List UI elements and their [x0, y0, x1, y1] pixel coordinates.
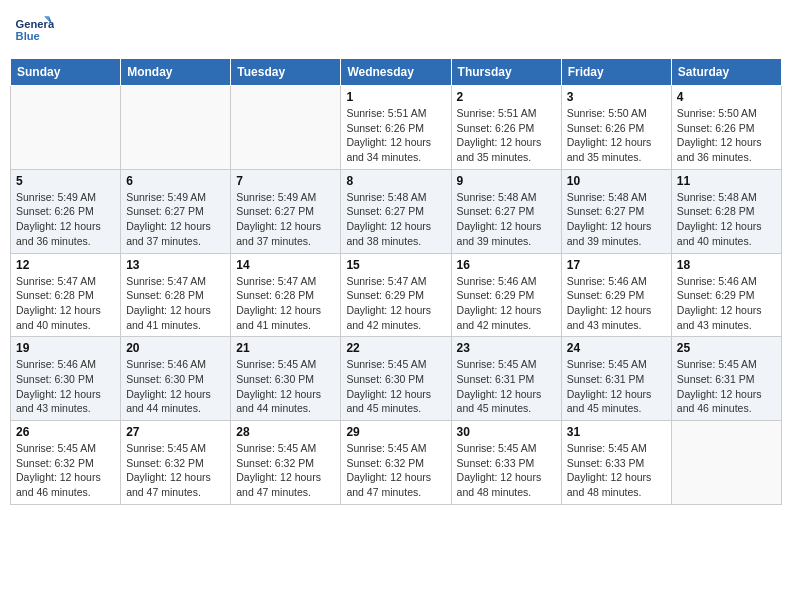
day-number: 15: [346, 258, 445, 272]
day-info: Sunrise: 5:45 AM Sunset: 6:32 PM Dayligh…: [236, 441, 335, 500]
day-number: 2: [457, 90, 556, 104]
day-number: 4: [677, 90, 776, 104]
calendar-cell: 6Sunrise: 5:49 AM Sunset: 6:27 PM Daylig…: [121, 169, 231, 253]
day-info: Sunrise: 5:45 AM Sunset: 6:33 PM Dayligh…: [567, 441, 666, 500]
week-row-4: 19Sunrise: 5:46 AM Sunset: 6:30 PM Dayli…: [11, 337, 782, 421]
logo: General Blue: [14, 10, 58, 50]
day-number: 18: [677, 258, 776, 272]
day-header-monday: Monday: [121, 59, 231, 86]
calendar-cell: 27Sunrise: 5:45 AM Sunset: 6:32 PM Dayli…: [121, 421, 231, 505]
day-number: 8: [346, 174, 445, 188]
day-number: 16: [457, 258, 556, 272]
day-number: 14: [236, 258, 335, 272]
week-row-3: 12Sunrise: 5:47 AM Sunset: 6:28 PM Dayli…: [11, 253, 782, 337]
calendar-cell: 23Sunrise: 5:45 AM Sunset: 6:31 PM Dayli…: [451, 337, 561, 421]
day-number: 30: [457, 425, 556, 439]
calendar-cell: [671, 421, 781, 505]
day-info: Sunrise: 5:46 AM Sunset: 6:29 PM Dayligh…: [677, 274, 776, 333]
calendar-cell: 21Sunrise: 5:45 AM Sunset: 6:30 PM Dayli…: [231, 337, 341, 421]
day-info: Sunrise: 5:45 AM Sunset: 6:32 PM Dayligh…: [346, 441, 445, 500]
calendar-cell: 15Sunrise: 5:47 AM Sunset: 6:29 PM Dayli…: [341, 253, 451, 337]
calendar-cell: 13Sunrise: 5:47 AM Sunset: 6:28 PM Dayli…: [121, 253, 231, 337]
day-number: 20: [126, 341, 225, 355]
calendar-cell: 26Sunrise: 5:45 AM Sunset: 6:32 PM Dayli…: [11, 421, 121, 505]
calendar-cell: 31Sunrise: 5:45 AM Sunset: 6:33 PM Dayli…: [561, 421, 671, 505]
day-info: Sunrise: 5:45 AM Sunset: 6:31 PM Dayligh…: [567, 357, 666, 416]
day-info: Sunrise: 5:46 AM Sunset: 6:29 PM Dayligh…: [457, 274, 556, 333]
day-header-tuesday: Tuesday: [231, 59, 341, 86]
day-number: 17: [567, 258, 666, 272]
day-info: Sunrise: 5:50 AM Sunset: 6:26 PM Dayligh…: [567, 106, 666, 165]
calendar-table: SundayMondayTuesdayWednesdayThursdayFrid…: [10, 58, 782, 505]
day-info: Sunrise: 5:48 AM Sunset: 6:28 PM Dayligh…: [677, 190, 776, 249]
day-info: Sunrise: 5:46 AM Sunset: 6:29 PM Dayligh…: [567, 274, 666, 333]
day-info: Sunrise: 5:45 AM Sunset: 6:31 PM Dayligh…: [677, 357, 776, 416]
day-info: Sunrise: 5:48 AM Sunset: 6:27 PM Dayligh…: [567, 190, 666, 249]
calendar-cell: 25Sunrise: 5:45 AM Sunset: 6:31 PM Dayli…: [671, 337, 781, 421]
day-info: Sunrise: 5:45 AM Sunset: 6:31 PM Dayligh…: [457, 357, 556, 416]
day-number: 6: [126, 174, 225, 188]
day-header-wednesday: Wednesday: [341, 59, 451, 86]
day-number: 10: [567, 174, 666, 188]
day-number: 25: [677, 341, 776, 355]
calendar-cell: 2Sunrise: 5:51 AM Sunset: 6:26 PM Daylig…: [451, 86, 561, 170]
day-number: 29: [346, 425, 445, 439]
calendar-cell: 16Sunrise: 5:46 AM Sunset: 6:29 PM Dayli…: [451, 253, 561, 337]
day-info: Sunrise: 5:51 AM Sunset: 6:26 PM Dayligh…: [457, 106, 556, 165]
week-row-5: 26Sunrise: 5:45 AM Sunset: 6:32 PM Dayli…: [11, 421, 782, 505]
calendar-cell: 28Sunrise: 5:45 AM Sunset: 6:32 PM Dayli…: [231, 421, 341, 505]
day-info: Sunrise: 5:46 AM Sunset: 6:30 PM Dayligh…: [126, 357, 225, 416]
calendar-cell: 12Sunrise: 5:47 AM Sunset: 6:28 PM Dayli…: [11, 253, 121, 337]
calendar-cell: 18Sunrise: 5:46 AM Sunset: 6:29 PM Dayli…: [671, 253, 781, 337]
calendar-cell: 1Sunrise: 5:51 AM Sunset: 6:26 PM Daylig…: [341, 86, 451, 170]
svg-text:Blue: Blue: [16, 30, 40, 42]
day-info: Sunrise: 5:47 AM Sunset: 6:28 PM Dayligh…: [16, 274, 115, 333]
day-info: Sunrise: 5:45 AM Sunset: 6:33 PM Dayligh…: [457, 441, 556, 500]
day-number: 3: [567, 90, 666, 104]
day-number: 23: [457, 341, 556, 355]
day-header-sunday: Sunday: [11, 59, 121, 86]
day-info: Sunrise: 5:48 AM Sunset: 6:27 PM Dayligh…: [346, 190, 445, 249]
day-info: Sunrise: 5:45 AM Sunset: 6:30 PM Dayligh…: [236, 357, 335, 416]
calendar-cell: 10Sunrise: 5:48 AM Sunset: 6:27 PM Dayli…: [561, 169, 671, 253]
calendar-cell: 17Sunrise: 5:46 AM Sunset: 6:29 PM Dayli…: [561, 253, 671, 337]
day-number: 12: [16, 258, 115, 272]
day-number: 19: [16, 341, 115, 355]
day-number: 21: [236, 341, 335, 355]
week-row-2: 5Sunrise: 5:49 AM Sunset: 6:26 PM Daylig…: [11, 169, 782, 253]
day-number: 5: [16, 174, 115, 188]
calendar-cell: 9Sunrise: 5:48 AM Sunset: 6:27 PM Daylig…: [451, 169, 561, 253]
calendar-cell: 20Sunrise: 5:46 AM Sunset: 6:30 PM Dayli…: [121, 337, 231, 421]
day-number: 7: [236, 174, 335, 188]
day-info: Sunrise: 5:47 AM Sunset: 6:28 PM Dayligh…: [236, 274, 335, 333]
day-number: 28: [236, 425, 335, 439]
calendar-cell: 7Sunrise: 5:49 AM Sunset: 6:27 PM Daylig…: [231, 169, 341, 253]
day-info: Sunrise: 5:47 AM Sunset: 6:28 PM Dayligh…: [126, 274, 225, 333]
day-number: 9: [457, 174, 556, 188]
page-header: General Blue: [10, 10, 782, 50]
calendar-cell: 8Sunrise: 5:48 AM Sunset: 6:27 PM Daylig…: [341, 169, 451, 253]
day-info: Sunrise: 5:48 AM Sunset: 6:27 PM Dayligh…: [457, 190, 556, 249]
day-number: 11: [677, 174, 776, 188]
day-info: Sunrise: 5:50 AM Sunset: 6:26 PM Dayligh…: [677, 106, 776, 165]
day-number: 31: [567, 425, 666, 439]
calendar-cell: [11, 86, 121, 170]
day-info: Sunrise: 5:45 AM Sunset: 6:30 PM Dayligh…: [346, 357, 445, 416]
calendar-cell: 30Sunrise: 5:45 AM Sunset: 6:33 PM Dayli…: [451, 421, 561, 505]
day-header-thursday: Thursday: [451, 59, 561, 86]
calendar-cell: 14Sunrise: 5:47 AM Sunset: 6:28 PM Dayli…: [231, 253, 341, 337]
day-info: Sunrise: 5:51 AM Sunset: 6:26 PM Dayligh…: [346, 106, 445, 165]
calendar-cell: 4Sunrise: 5:50 AM Sunset: 6:26 PM Daylig…: [671, 86, 781, 170]
calendar-cell: 22Sunrise: 5:45 AM Sunset: 6:30 PM Dayli…: [341, 337, 451, 421]
day-header-friday: Friday: [561, 59, 671, 86]
day-number: 22: [346, 341, 445, 355]
calendar-cell: 3Sunrise: 5:50 AM Sunset: 6:26 PM Daylig…: [561, 86, 671, 170]
day-number: 26: [16, 425, 115, 439]
day-info: Sunrise: 5:49 AM Sunset: 6:27 PM Dayligh…: [236, 190, 335, 249]
calendar-cell: [121, 86, 231, 170]
day-info: Sunrise: 5:46 AM Sunset: 6:30 PM Dayligh…: [16, 357, 115, 416]
week-row-1: 1Sunrise: 5:51 AM Sunset: 6:26 PM Daylig…: [11, 86, 782, 170]
calendar-cell: 24Sunrise: 5:45 AM Sunset: 6:31 PM Dayli…: [561, 337, 671, 421]
day-number: 13: [126, 258, 225, 272]
day-number: 1: [346, 90, 445, 104]
